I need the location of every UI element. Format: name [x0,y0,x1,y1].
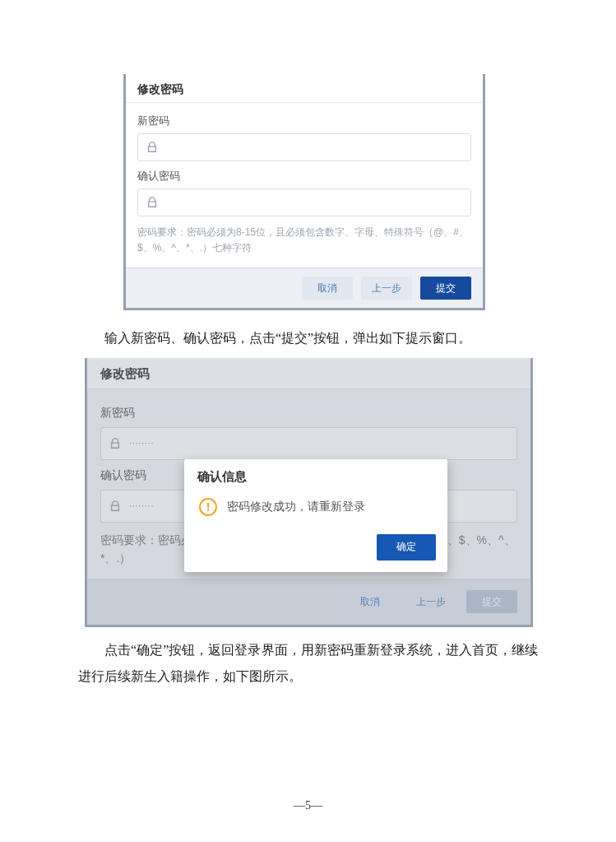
screenshot-confirm-modal: 修改密码 新密码 ········ 确认密码 ········ 密码要求：密码必… [85,358,533,628]
password-requirement: 密码要求：密码必须为8-15位，且必须包含数字、字母、特殊符号（@、#、$、%、… [137,225,471,256]
dialog-message: 密码修改成功，请重新登录 [227,500,365,514]
lock-icon [109,500,121,512]
page-number: —5— [0,799,616,812]
cancel-button[interactable]: 取消 [345,590,396,613]
prev-step-button[interactable]: 上一步 [405,590,456,613]
new-password-input[interactable] [137,133,471,161]
panel-title: 修改密码 [126,74,483,103]
prev-step-button[interactable]: 上一步 [361,277,412,300]
new-password-label: 新密码 [100,406,517,421]
screenshot-change-password: 修改密码 新密码 确认密码 密码要求：密码必须为8-15位，且必须包含数字、字母… [123,74,485,310]
confirm-password-label: 确认密码 [137,170,471,184]
masked-value: ········ [129,439,154,448]
dialog-title: 确认信息 [184,459,447,493]
lock-icon [109,438,121,449]
cancel-button[interactable]: 取消 [302,277,353,300]
panel-title: 修改密码 [87,358,530,389]
lock-icon [146,142,158,153]
masked-value: ········ [129,501,154,510]
submit-button-disabled: 提交 [466,590,517,613]
instruction-paragraph-2: 点击“确定”按钮，返回登录界面，用新密码重新登录系统，进入首页，继续进行后续新生… [78,637,538,688]
confirm-dialog: 确认信息 ! 密码修改成功，请重新登录 确定 [184,459,447,572]
confirm-password-input[interactable] [137,188,471,216]
lock-icon [146,197,158,208]
ok-button[interactable]: 确定 [377,534,436,561]
submit-button[interactable]: 提交 [420,277,471,300]
new-password-input[interactable]: ········ [100,427,517,460]
warning-icon: ! [199,498,217,516]
instruction-paragraph-1: 输入新密码、确认密码，点击“提交”按钮，弹出如下提示窗口。 [78,325,538,351]
new-password-label: 新密码 [137,114,471,128]
